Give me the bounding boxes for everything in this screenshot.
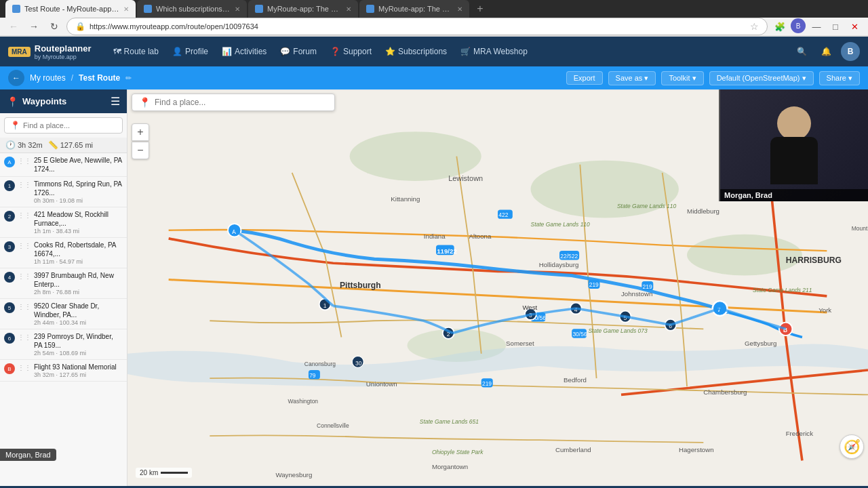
app-header: MRA Routeplanner by Myroute.app 🗺 Route … [0, 37, 868, 66]
drag-handle-5[interactable]: ⋮⋮ [18, 303, 31, 310]
sidebar-search-box[interactable]: 📍 [4, 117, 123, 134]
profile-icon: 👤 [172, 47, 182, 56]
drag-handle-4[interactable]: ⋮⋮ [18, 272, 31, 280]
waypoint-item-7[interactable]: B ⋮⋮ Flight 93 National Memorial 3h 32m … [0, 360, 127, 382]
url-bar[interactable]: 🔒 https://www.myrouteapp.com/route/open/… [66, 18, 768, 35]
breadcrumb-back-button[interactable]: ← [8, 70, 24, 86]
svg-text:219: 219 [482, 380, 492, 387]
nav-forum[interactable]: 💬 Forum [275, 44, 322, 59]
waypoint-row-5: 5 ⋮⋮ 9520 Clear Shade Dr, Windber, PA...… [4, 302, 123, 326]
breadcrumb-edit-icon[interactable]: ✏ [125, 74, 132, 83]
share-button[interactable]: Share ▾ [819, 71, 860, 85]
drag-handle-6[interactable]: ⋮⋮ [18, 333, 31, 341]
map-area[interactable]: Pittsburgh Altoona Hollidaysburg Johnsto… [127, 89, 868, 486]
tab-close-3[interactable]: ✕ [346, 5, 351, 13]
drag-handle-1[interactable]: ⋮⋮ [18, 181, 31, 188]
app-logo: MRA Routeplanner by Myroute.app [8, 43, 92, 60]
map-search-input[interactable] [155, 98, 328, 107]
svg-text:Waynesburg: Waynesburg [275, 471, 312, 479]
tab-3[interactable]: MyRoute-app: The #1 all-in-o... ✕ [248, 0, 358, 18]
sidebar-search-icon: 📍 [10, 121, 20, 130]
extensions-button[interactable]: 🧩 [772, 18, 788, 35]
zoom-out-button[interactable]: − [132, 142, 149, 159]
reload-button[interactable]: ↻ [46, 18, 62, 35]
map-style-button[interactable]: Default (OpenStreetMap) ▾ [709, 71, 814, 85]
route-time-stat: 🕐 3h 32m [5, 140, 43, 150]
tab-1[interactable]: Test Route - MyRoute-app Web ✕ [5, 0, 136, 18]
username-badge: Morgan, Brad [0, 449, 56, 461]
toolkit-button[interactable]: Toolkit ▾ [661, 71, 703, 85]
logo-text-group: Routeplanner by Myroute.app [35, 43, 92, 60]
svg-text:Middleburg: Middleburg [687, 207, 719, 215]
support-icon: ❓ [330, 47, 340, 56]
waypoint-item-5[interactable]: 5 ⋮⋮ 9520 Clear Shade Dr, Windber, PA...… [0, 299, 127, 329]
close-browser-button[interactable]: ✕ [846, 18, 863, 35]
nav-profile-label: Profile [185, 47, 208, 56]
subscriptions-icon: ⭐ [385, 47, 395, 56]
tab-label-1: Test Route - MyRoute-app Web [24, 5, 119, 13]
nav-webshop[interactable]: 🛒 MRA Webshop [455, 44, 533, 59]
tab-2[interactable]: Which subscriptions does My... ✕ [137, 0, 247, 18]
waypoint-item-0[interactable]: A ⋮⋮ 25 E Glebe Ave, Newville, PA 1724..… [0, 153, 127, 177]
waypoint-address-5: 9520 Clear Shade Dr, Windber, PA... [34, 302, 123, 319]
breadcrumb-my-routes[interactable]: My routes [30, 73, 66, 83]
nav-profile[interactable]: 👤 Profile [167, 44, 214, 59]
waypoint-num-5: 5 [4, 302, 15, 313]
new-tab-button[interactable]: + [471, 0, 490, 18]
nav-subscriptions[interactable]: ⭐ Subscriptions [380, 44, 452, 59]
nav-support[interactable]: ❓ Support [325, 44, 377, 59]
export-button[interactable]: Export [566, 71, 603, 85]
drag-handle-7[interactable]: ⋮⋮ [18, 364, 31, 371]
sidebar-menu-button[interactable]: ☰ [111, 95, 120, 108]
browser-action-buttons: 🧩 B — □ ✕ [772, 18, 863, 35]
scale-label: 20 km [140, 469, 158, 476]
waypoint-info-7: Flight 93 National Memorial 3h 32m · 127… [34, 363, 123, 378]
search-header-button[interactable]: 🔍 [792, 42, 811, 61]
drag-handle-2[interactable]: ⋮⋮ [18, 211, 31, 219]
sidebar-search-input[interactable] [23, 121, 117, 129]
waypoint-item-1[interactable]: 1 ⋮⋮ Timmons Rd, Spring Run, PA 1726... … [0, 177, 127, 207]
zoom-in-button[interactable]: + [132, 123, 149, 141]
waypoint-num-2: 2 [4, 211, 15, 222]
profile-button[interactable]: B [791, 18, 806, 33]
waypoint-row-0: A ⋮⋮ 25 E Glebe Ave, Newville, PA 1724..… [4, 156, 123, 174]
tab-close-1[interactable]: ✕ [123, 5, 129, 13]
bookmark-star-icon[interactable]: ☆ [750, 21, 759, 32]
waypoint-item-2[interactable]: 2 ⋮⋮ 421 Meadow St, Rockhill Furnace,...… [0, 207, 127, 238]
waypoint-item-3[interactable]: 3 ⋮⋮ Cooks Rd, Robertsdale, PA 16674,...… [0, 238, 127, 268]
waypoint-address-7: Flight 93 National Memorial [34, 363, 123, 371]
webcam-feed: Morgan, Brad [720, 89, 868, 201]
waypoint-item-4[interactable]: 4 ⋮⋮ 3997 Brumbaugh Rd, New Enterp... 2h… [0, 268, 127, 299]
nav-activities-label: Activities [235, 47, 267, 56]
drag-handle-3[interactable]: ⋮⋮ [18, 242, 31, 249]
tab-close-4[interactable]: ✕ [457, 5, 462, 13]
svg-text:Hollidaysburg: Hollidaysburg [539, 261, 579, 268]
back-button[interactable]: ← [5, 18, 22, 35]
svg-text:Uniontown: Uniontown [366, 380, 397, 388]
notifications-button[interactable]: 🔔 [816, 42, 835, 61]
logo-badge: MRA [8, 47, 31, 57]
maximize-button[interactable]: □ [827, 18, 844, 35]
save-as-button[interactable]: Save as ▾ [608, 71, 656, 85]
waypoints-sidebar: 📍 Waypoints ☰ 📍 🕐 3h 32m 📏 [0, 89, 127, 486]
nav-activities[interactable]: 📊 Activities [216, 44, 272, 59]
waypoint-item-6[interactable]: 6 ⋮⋮ 239 Pomroys Dr, Windber, PA 159... … [0, 329, 127, 360]
sidebar-title-label: Waypoints [22, 96, 66, 106]
webcam-name-tag: Morgan, Brad [720, 189, 868, 201]
waypoint-num-6: 6 [4, 333, 15, 344]
forward-button[interactable]: → [26, 18, 42, 35]
drag-handle-0[interactable]: ⋮⋮ [18, 157, 31, 165]
svg-text:Connellsville: Connellsville [317, 422, 349, 429]
tab-4[interactable]: MyRoute-app: The #1 all-in-o... ✕ [359, 0, 469, 18]
map-search-box[interactable]: 📍 [132, 94, 335, 111]
tab-close-2[interactable]: ✕ [235, 5, 240, 13]
minimize-button[interactable]: — [808, 18, 825, 35]
nav-webshop-label: MRA Webshop [473, 47, 528, 56]
user-avatar[interactable]: B [841, 42, 860, 61]
nav-routelab[interactable]: 🗺 Route lab [108, 44, 164, 59]
svg-text:Morgantown: Morgantown [432, 463, 468, 470]
waypoint-address-2: 421 Meadow St, Rockhill Furnace,... [34, 210, 123, 228]
waypoint-address-0: 25 E Glebe Ave, Newville, PA 1724... [34, 156, 123, 174]
waypoints-list: A ⋮⋮ 25 E Glebe Ave, Newville, PA 1724..… [0, 153, 127, 486]
svg-text:Cumberland: Cumberland [555, 446, 591, 453]
